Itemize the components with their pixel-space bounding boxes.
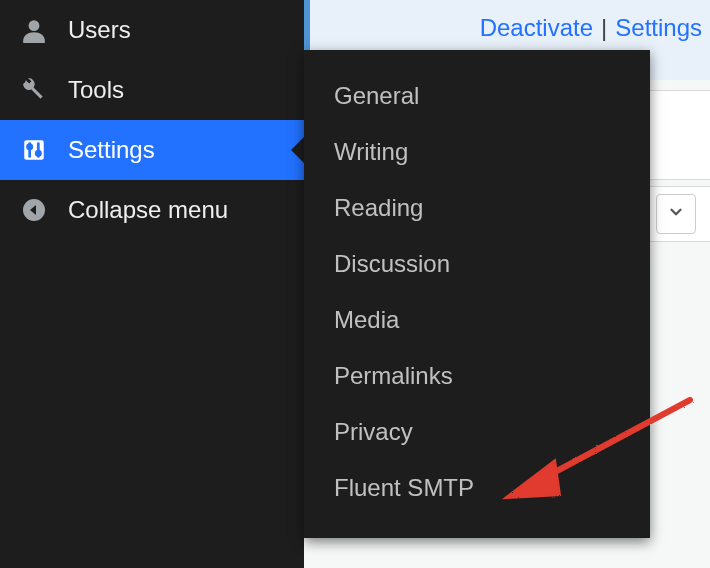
submenu-item-writing[interactable]: Writing xyxy=(304,124,650,180)
svg-point-0 xyxy=(29,20,40,31)
submenu-item-media[interactable]: Media xyxy=(304,292,650,348)
submenu-item-reading[interactable]: Reading xyxy=(304,180,650,236)
sidebar-item-label: Settings xyxy=(68,136,155,164)
sidebar-item-users[interactable]: Users xyxy=(0,0,304,60)
chevron-down-icon xyxy=(667,203,685,225)
submenu-item-discussion[interactable]: Discussion xyxy=(304,236,650,292)
wrench-icon xyxy=(18,74,50,106)
sidebar-item-collapse[interactable]: Collapse menu xyxy=(0,180,304,240)
svg-point-5 xyxy=(36,151,40,155)
sliders-icon xyxy=(18,134,50,166)
deactivate-link[interactable]: Deactivate xyxy=(480,14,593,42)
plugin-settings-link[interactable]: Settings xyxy=(615,14,702,42)
submenu-item-privacy[interactable]: Privacy xyxy=(304,404,650,460)
sidebar-item-label: Users xyxy=(68,16,131,44)
svg-rect-1 xyxy=(24,140,44,160)
submenu-item-general[interactable]: General xyxy=(304,68,650,124)
collapse-icon xyxy=(18,194,50,226)
admin-sidebar: Users Tools Settings Collapse menu xyxy=(0,0,304,568)
submenu-item-fluent-smtp[interactable]: Fluent SMTP xyxy=(304,460,650,516)
sidebar-item-label: Tools xyxy=(68,76,124,104)
svg-point-4 xyxy=(28,145,32,149)
sidebar-item-label: Collapse menu xyxy=(68,196,228,224)
settings-submenu: General Writing Reading Discussion Media… xyxy=(304,50,650,538)
user-icon xyxy=(18,14,50,46)
sidebar-item-tools[interactable]: Tools xyxy=(0,60,304,120)
dropdown-toggle[interactable] xyxy=(656,194,696,234)
sidebar-item-settings[interactable]: Settings xyxy=(0,120,304,180)
submenu-item-permalinks[interactable]: Permalinks xyxy=(304,348,650,404)
separator: | xyxy=(601,14,607,42)
